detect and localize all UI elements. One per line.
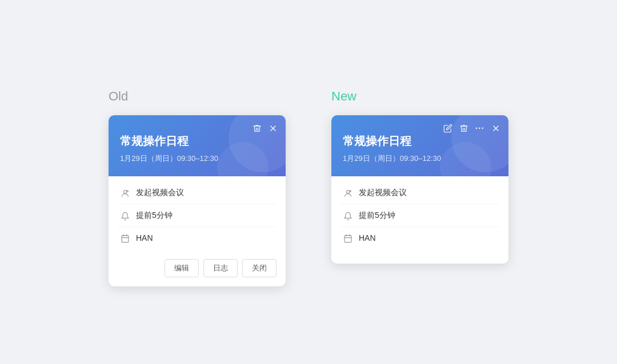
- new-close-icon[interactable]: [491, 123, 500, 133]
- old-log-button[interactable]: 日志: [203, 259, 238, 277]
- old-label: Old: [109, 89, 128, 104]
- new-card-body: 发起视频会议 提前5分钟: [331, 176, 508, 254]
- old-panel-group: Old: [109, 89, 286, 286]
- old-item-bell-text: 提前5分钟: [136, 211, 173, 221]
- new-item-bell: 提前5分钟: [340, 204, 499, 227]
- new-item-video-text: 发起视频会议: [359, 188, 407, 198]
- old-card-header: 常规操作日程 1月29日（周日）09:30–12:30: [109, 115, 286, 176]
- new-more-icon[interactable]: ···: [475, 124, 484, 133]
- new-item-bell-text: 提前5分钟: [359, 211, 395, 221]
- new-bell-icon: [343, 210, 353, 220]
- old-card-footer: 编辑 日志 关闭: [109, 254, 286, 286]
- old-bell-icon: [120, 210, 130, 220]
- old-item-bell: 提前5分钟: [118, 204, 277, 227]
- svg-rect-4: [122, 235, 129, 242]
- old-item-video: 发起视频会议: [118, 182, 277, 204]
- old-card-body: 发起视频会议 提前5分钟: [109, 176, 286, 254]
- old-card: 常规操作日程 1月29日（周日）09:30–12:30 发起视频会议: [109, 115, 286, 286]
- old-card-title: 常规操作日程: [120, 134, 274, 149]
- new-panel-group: New: [331, 89, 508, 263]
- new-edit-icon[interactable]: [443, 123, 452, 133]
- new-item-calendar-text: HAN: [359, 233, 376, 242]
- new-card-spacer: [331, 254, 508, 264]
- new-item-video: 发起视频会议: [340, 182, 499, 204]
- svg-point-2: [123, 191, 126, 193]
- svg-point-3: [127, 191, 129, 192]
- old-calendar-icon: [120, 233, 130, 243]
- old-item-calendar-text: HAN: [136, 233, 153, 242]
- new-card-title: 常规操作日程: [343, 134, 497, 149]
- old-item-calendar: HAN: [118, 227, 277, 249]
- new-header-icons: ···: [443, 123, 500, 133]
- new-calendar-icon: [343, 233, 353, 243]
- old-header-icons: [253, 123, 278, 133]
- svg-rect-12: [344, 235, 351, 242]
- old-edit-button[interactable]: 编辑: [165, 259, 199, 277]
- comparison-wrapper: Old: [109, 78, 508, 286]
- old-card-subtitle: 1月29日（周日）09:30–12:30: [120, 153, 274, 164]
- old-video-icon: [120, 188, 130, 198]
- svg-point-11: [350, 191, 351, 192]
- old-close-icon[interactable]: [269, 123, 278, 133]
- old-trash-icon[interactable]: [253, 123, 262, 133]
- new-trash-icon[interactable]: [459, 123, 468, 133]
- new-label: New: [331, 89, 356, 104]
- new-item-calendar: HAN: [340, 227, 499, 249]
- new-card-subtitle: 1月29日（周日）09:30–12:30: [343, 153, 497, 164]
- new-card: ··· 常规操作日程 1月29日（周日）09:30–12:30: [331, 115, 508, 263]
- old-close-button[interactable]: 关闭: [242, 259, 277, 277]
- new-video-icon: [343, 188, 353, 198]
- new-card-header: ··· 常规操作日程 1月29日（周日）09:30–12:30: [331, 115, 508, 176]
- old-item-video-text: 发起视频会议: [136, 188, 184, 198]
- svg-point-10: [346, 191, 349, 193]
